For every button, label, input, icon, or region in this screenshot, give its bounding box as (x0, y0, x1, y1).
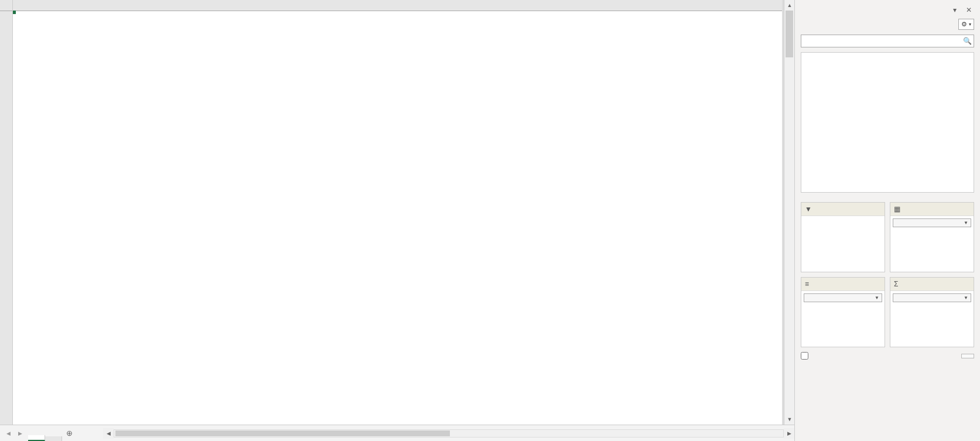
values-pill[interactable]: ▼ (893, 293, 971, 302)
scroll-down-arrow[interactable]: ▼ (784, 414, 794, 425)
column-headers (13, 0, 782, 11)
chevron-down-icon: ▼ (964, 220, 968, 225)
filter-icon: ▼ (805, 205, 812, 213)
defer-update-checkbox[interactable] (801, 352, 811, 360)
sheet-tabs (28, 425, 62, 441)
vertical-scrollbar[interactable]: ▲ ▼ (784, 0, 794, 425)
chevron-down-icon: ▼ (875, 295, 879, 300)
row-headers (0, 0, 13, 425)
gear-icon: ⚙ (961, 20, 967, 28)
pane-settings-button[interactable]: ⚙▾ (958, 19, 974, 30)
scroll-right-arrow[interactable]: ▶ (784, 428, 794, 439)
rows-pill[interactable]: ▼ (804, 293, 882, 302)
pivot-fields-pane: ▾ ✕ ⚙▾ 🔍 ▼ ▦ ▼ ≡ (794, 0, 980, 441)
pane-minimize-icon[interactable]: ▾ (951, 5, 959, 15)
scroll-left-arrow[interactable]: ◀ (103, 428, 114, 439)
field-search-input[interactable] (801, 35, 961, 47)
pane-close-icon[interactable]: ✕ (964, 5, 974, 15)
sheet-tab-1[interactable] (45, 436, 62, 441)
hscroll-thumb[interactable] (115, 430, 450, 436)
values-icon: Σ (894, 280, 898, 288)
vscroll-thumb[interactable] (786, 11, 793, 57)
field-list (801, 52, 974, 193)
scroll-up-arrow[interactable]: ▲ (784, 0, 794, 11)
sheet-tab-active[interactable] (28, 435, 45, 441)
update-button[interactable] (961, 354, 974, 358)
columns-icon: ▦ (894, 205, 900, 213)
horizontal-scrollbar[interactable]: ◀ ▶ (100, 425, 794, 441)
search-icon[interactable]: 🔍 (961, 35, 974, 47)
new-sheet-button[interactable]: ⊕ (62, 425, 76, 441)
rows-icon: ≡ (805, 280, 809, 288)
area-filters[interactable]: ▼ (801, 202, 885, 272)
columns-pill[interactable]: ▼ (893, 218, 971, 227)
area-rows[interactable]: ≡ ▼ (801, 277, 885, 347)
tab-nav-next[interactable]: ▶ (15, 429, 25, 438)
tab-nav-prev[interactable]: ◀ (4, 429, 13, 438)
area-values[interactable]: Σ ▼ (890, 277, 974, 347)
cell-selection (13, 11, 15, 13)
chevron-down-icon: ▼ (964, 295, 968, 300)
area-columns[interactable]: ▦ ▼ (890, 202, 974, 272)
